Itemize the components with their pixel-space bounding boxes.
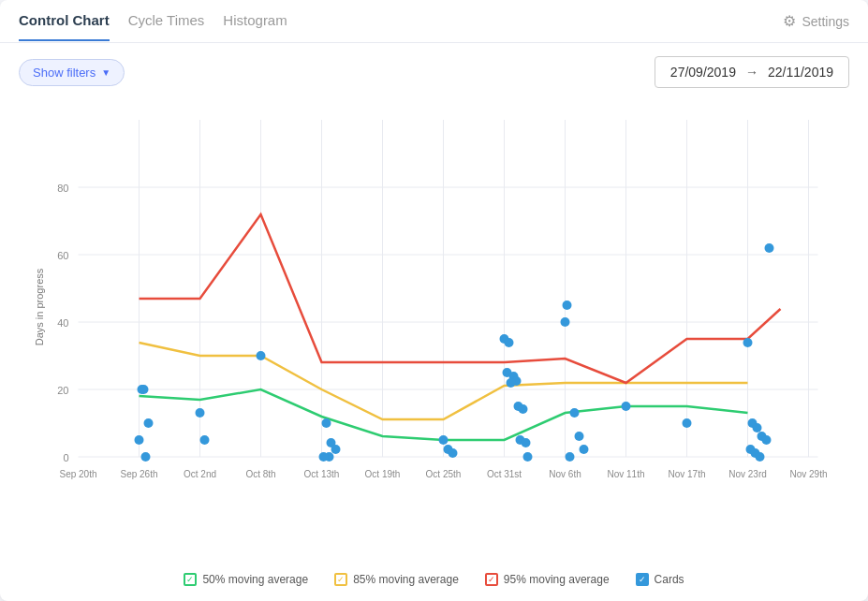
svg-text:Oct 25th: Oct 25th [426,469,462,479]
svg-point-75 [762,435,772,445]
legend-85-avg: ✓ 85% moving average [334,573,459,586]
svg-point-58 [507,378,516,388]
svg-text:Sep 26th: Sep 26th [120,469,157,479]
svg-point-44 [257,351,266,360]
svg-point-63 [523,452,533,462]
svg-text:Nov 11th: Nov 11th [607,469,644,479]
legend-check-95: ✓ [485,573,498,586]
svg-text:Oct 8th: Oct 8th [245,469,275,479]
date-to: 22/11/2019 [768,65,833,80]
svg-point-71 [743,338,753,347]
svg-point-73 [753,423,762,432]
legend-cards-label: Cards [655,573,684,586]
svg-text:Oct 31st: Oct 31st [487,469,522,479]
svg-point-40 [135,435,144,445]
show-filters-label: Show filters [33,66,96,80]
svg-point-54 [505,338,514,347]
svg-point-67 [580,445,589,454]
svg-text:80: 80 [57,183,68,194]
svg-text:Nov 17th: Nov 17th [668,469,705,479]
settings-button[interactable]: ⚙ Settings [783,12,849,30]
svg-point-60 [519,404,528,414]
legend-check-cards: ✓ [636,573,649,586]
svg-text:Oct 13th: Oct 13th [304,469,340,479]
settings-label: Settings [802,14,849,29]
svg-rect-0 [79,120,818,457]
svg-point-42 [196,408,205,418]
svg-point-65 [570,408,580,418]
svg-point-47 [331,445,341,454]
legend-check-50: ✓ [184,573,197,586]
svg-point-80 [563,300,572,310]
svg-point-49 [319,452,329,462]
svg-point-38 [144,418,154,428]
legend-85-label: 85% moving average [353,573,459,586]
nav-control-chart[interactable]: Control Chart [19,1,110,41]
show-filters-button[interactable]: Show filters ▼ [19,59,125,86]
date-range-picker[interactable]: 27/09/2019 → 22/11/2019 [655,56,849,88]
svg-point-41 [141,452,151,462]
nav-cycle-times[interactable]: Cycle Times [128,1,205,41]
arrow-icon: → [745,65,758,80]
chart-svg: 0 20 40 60 80 Days in progress [19,110,849,504]
legend-50-avg: ✓ 50% moving average [184,573,308,586]
legend-check-85: ✓ [334,573,347,586]
svg-point-78 [756,452,765,462]
svg-point-45 [322,418,331,428]
svg-point-50 [439,435,449,445]
svg-point-66 [575,432,584,441]
svg-text:Sep 20th: Sep 20th [59,469,96,479]
svg-text:Nov 29th: Nov 29th [789,469,827,479]
chart-wrapper: 0 20 40 60 80 Days in progress [19,110,849,504]
chart-area: 0 20 40 60 80 Days in progress [0,101,868,560]
svg-point-79 [765,243,774,253]
legend-50-label: 50% moving average [202,573,308,586]
svg-text:0: 0 [63,452,68,463]
legend-95-avg: ✓ 95% moving average [485,573,610,586]
navigation: Control Chart Cycle Times Histogram ⚙ Se… [0,0,868,43]
svg-point-64 [561,317,570,327]
svg-text:60: 60 [57,250,68,261]
svg-text:Oct 2nd: Oct 2nd [184,469,216,479]
toolbar: Show filters ▼ 27/09/2019 → 22/11/2019 [0,43,868,101]
legend-cards: ✓ Cards [636,573,684,586]
svg-text:40: 40 [57,317,68,329]
svg-text:Nov 6th: Nov 6th [549,469,581,479]
svg-text:Nov 23rd: Nov 23rd [728,469,767,479]
legend-95-label: 95% moving average [504,573,610,586]
svg-text:Days in progress: Days in progress [34,268,45,345]
svg-point-43 [200,435,210,445]
main-container: Control Chart Cycle Times Histogram ⚙ Se… [0,0,868,601]
svg-point-52 [449,448,458,458]
svg-point-62 [522,438,531,447]
date-from: 27/09/2019 [670,65,736,80]
svg-text:20: 20 [57,385,68,396]
chevron-down-icon: ▼ [101,67,110,78]
svg-point-69 [622,402,631,411]
svg-text:Oct 19th: Oct 19th [365,469,401,479]
svg-point-70 [683,418,692,428]
svg-point-39 [138,385,147,394]
nav-histogram[interactable]: Histogram [223,1,287,41]
gear-icon: ⚙ [783,12,796,30]
svg-point-68 [566,452,575,462]
chart-legend: ✓ 50% moving average ✓ 85% moving averag… [0,560,868,601]
